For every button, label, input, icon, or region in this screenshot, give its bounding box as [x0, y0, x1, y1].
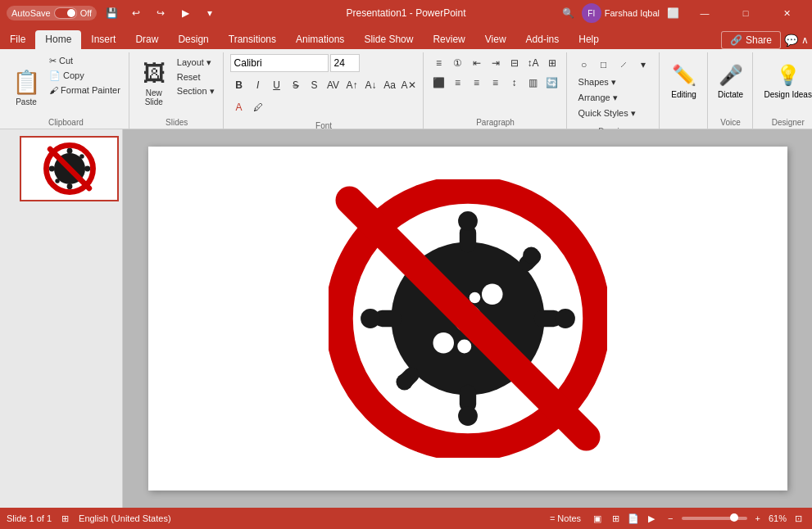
align-right-button[interactable]: ≡ [468, 74, 486, 92]
undo-button[interactable]: ↩ [126, 3, 146, 23]
view-icons: ▣ ⊞ 📄 ▶ [589, 510, 660, 527]
slideshow-view-button[interactable]: ▶ [643, 510, 660, 527]
increase-size-button[interactable]: A↑ [343, 76, 361, 94]
autosave-toggle[interactable]: AutoSave Off [7, 6, 97, 20]
paste-button[interactable]: 📋 Paste [8, 54, 44, 108]
present-button[interactable]: ▶ [175, 3, 195, 23]
numbering-button[interactable]: ① [449, 54, 467, 72]
font-size-input[interactable] [330, 54, 360, 72]
italic-button[interactable]: I [249, 76, 267, 94]
slide-thumbnail[interactable] [20, 136, 119, 201]
tab-draw[interactable]: Draw [125, 30, 168, 49]
decrease-size-button[interactable]: A↓ [362, 76, 380, 94]
language-label[interactable]: English (United States) [79, 513, 171, 523]
quick-styles-button[interactable]: Quick Styles ▾ [575, 106, 639, 120]
editing-group: ✏️ Editing [661, 52, 708, 129]
slide-canvas[interactable] [148, 147, 787, 491]
slide-notes-expand[interactable]: ⊞ [58, 512, 72, 526]
arrange-button[interactable]: Arrange ▾ [575, 91, 621, 105]
tab-transitions[interactable]: Transitions [219, 30, 286, 49]
reset-button[interactable]: Reset [174, 70, 218, 84]
shapes-button[interactable]: Shapes ▾ [575, 75, 619, 89]
editing-button[interactable]: ✏️ Editing [666, 54, 702, 108]
justify-button[interactable]: ≡ [487, 74, 505, 92]
no-virus-graphic [329, 179, 607, 458]
copy-button[interactable]: 📄 Copy [46, 69, 124, 83]
smart-art-button[interactable]: ⊞ [543, 54, 561, 72]
text-direction-button[interactable]: ↕A [524, 54, 542, 72]
align-left-button[interactable]: ⬛ [430, 74, 448, 92]
change-case-button[interactable]: Aa [381, 76, 399, 94]
zoom-out-button[interactable]: − [665, 512, 676, 525]
more-shapes[interactable]: ▾ [634, 56, 652, 74]
new-slide-button[interactable]: 🖼 NewSlide [136, 54, 172, 108]
text-align-button[interactable]: ▥ [524, 74, 542, 92]
rect-shape[interactable]: □ [595, 56, 613, 74]
dictate-button[interactable]: 🎤 Dictate [713, 54, 749, 108]
align-center-button[interactable]: ≡ [449, 74, 467, 92]
collapse-ribbon-button[interactable]: ∧ [801, 34, 809, 46]
section-button[interactable]: Section ▾ [174, 84, 218, 98]
line-shape[interactable]: ⟋ [615, 56, 633, 74]
tab-animations[interactable]: Animations [286, 30, 354, 49]
cut-button[interactable]: ✂ Cut [46, 54, 124, 68]
char-spacing-button[interactable]: AV [324, 76, 342, 94]
tab-help[interactable]: Help [569, 30, 609, 49]
design-ideas-icon: 💡 [776, 64, 801, 87]
notes-button[interactable]: = Notes [547, 512, 584, 525]
format-painter-button[interactable]: 🖌 Format Painter [46, 84, 124, 97]
line-spacing-button[interactable]: ↕ [506, 74, 524, 92]
tab-slideshow[interactable]: Slide Show [354, 30, 423, 49]
share-button[interactable]: 🔗Share [721, 31, 781, 49]
convert-button[interactable]: 🔄 [543, 74, 561, 92]
minimize-button[interactable]: — [686, 0, 724, 26]
strikethrough-button[interactable]: S̶ [287, 76, 305, 94]
paragraph-label: Paragraph [476, 116, 515, 129]
decrease-indent-button[interactable]: ⇤ [468, 54, 486, 72]
close-button[interactable]: ✕ [768, 0, 805, 26]
clear-format-button[interactable]: A✕ [400, 76, 418, 94]
paste-icon: 📋 [12, 69, 41, 96]
svg-point-29 [458, 406, 478, 426]
autosave-switch[interactable] [54, 7, 77, 19]
underline-button[interactable]: U [268, 76, 286, 94]
increase-indent-button[interactable]: ⇥ [487, 54, 505, 72]
tab-view[interactable]: View [475, 30, 516, 49]
customize-button[interactable]: ▾ [200, 3, 220, 23]
tab-design[interactable]: Design [168, 30, 218, 49]
slide-sorter-button[interactable]: ⊞ [607, 510, 624, 527]
slides-label: Slides [166, 116, 188, 129]
reading-view-button[interactable]: 📄 [625, 510, 642, 527]
voice-group: 🎤 Dictate Voice [710, 52, 753, 129]
shadow-button[interactable]: S [306, 76, 324, 94]
design-ideas-button[interactable]: 💡 Design Ideas [760, 54, 812, 108]
tab-addins[interactable]: Add-ins [516, 30, 569, 49]
normal-view-button[interactable]: ▣ [589, 510, 606, 527]
zoom-slider[interactable] [682, 517, 747, 520]
user-area[interactable]: FI Farshad Iqbal [582, 3, 660, 23]
tab-file[interactable]: File [0, 30, 35, 49]
clipboard-group: 📋 Paste ✂ Cut 📄 Copy 🖌 Format Painter Cl… [3, 52, 129, 129]
maximize-button[interactable]: □ [727, 0, 764, 26]
bold-button[interactable]: B [230, 76, 248, 94]
slide-info: Slide 1 of 1 [7, 513, 52, 523]
highlight-button[interactable]: 🖊 [249, 98, 267, 116]
new-slide-icon: 🖼 [143, 60, 166, 87]
bullets-button[interactable]: ≡ [430, 54, 448, 72]
columns-button[interactable]: ⊟ [506, 54, 524, 72]
tab-insert[interactable]: Insert [81, 30, 125, 49]
tab-review[interactable]: Review [423, 30, 474, 49]
tab-home[interactable]: Home [35, 30, 81, 49]
zoom-in-button[interactable]: + [752, 512, 764, 525]
redo-button[interactable]: ↪ [151, 3, 170, 23]
search-button[interactable]: 🔍 [559, 3, 578, 23]
font-color-button[interactable]: A [230, 98, 248, 116]
notes-expand-icon: ⊞ [61, 513, 69, 524]
layout-button[interactable]: Layout ▾ [174, 56, 218, 70]
save-button[interactable]: 💾 [102, 3, 121, 23]
font-name-input[interactable] [230, 54, 329, 72]
oval-shape[interactable]: ○ [575, 56, 593, 74]
fit-slide-button[interactable]: ⊡ [792, 512, 805, 526]
ribbon-display-button[interactable]: ⬜ [663, 3, 683, 23]
comments-button[interactable]: 💬 [784, 34, 798, 47]
